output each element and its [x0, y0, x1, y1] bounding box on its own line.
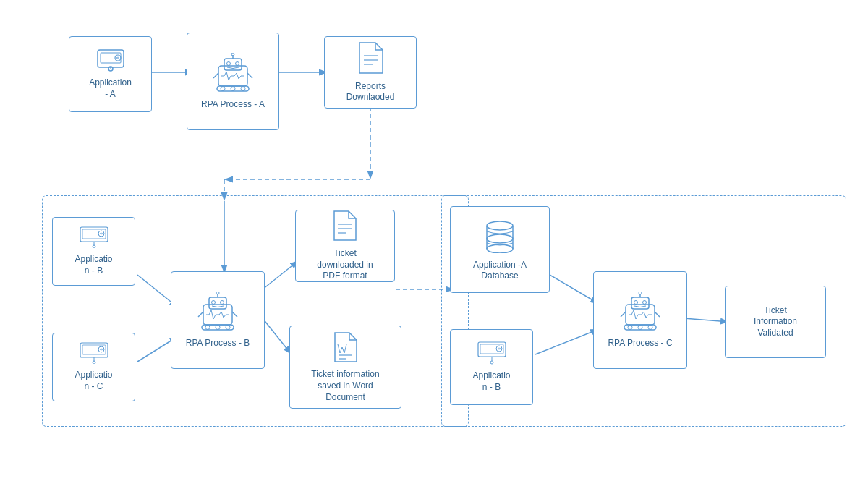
node-reports: ReportsDownlaoded — [324, 36, 417, 109]
rpa-a-icon — [211, 53, 255, 96]
svg-point-81 — [628, 325, 632, 329]
app-b-right-label: Application - B — [472, 370, 510, 393]
ticket-word-label: Ticket informationsaved in WordDocument — [311, 369, 379, 403]
node-app-b-right: Application - B — [450, 329, 533, 405]
svg-point-54 — [226, 325, 230, 329]
svg-line-30 — [213, 73, 218, 78]
app-c-label: Application - C — [75, 370, 112, 392]
svg-point-53 — [216, 325, 220, 329]
reports-label: ReportsDownlaoded — [346, 81, 395, 103]
rpa-c-icon — [618, 292, 662, 335]
svg-rect-16 — [101, 53, 121, 63]
app-b-left-label: Application - B — [75, 254, 112, 276]
svg-point-50 — [221, 300, 224, 304]
svg-point-42 — [98, 346, 104, 352]
ticket-validated-label: TicketInformationValidated — [754, 305, 797, 339]
node-ticket-word: Ticket informationsaved in WordDocument — [289, 326, 401, 409]
svg-point-29 — [241, 86, 245, 90]
node-app-a: Application - A — [69, 36, 152, 112]
svg-point-68 — [487, 244, 513, 253]
app-c-icon — [80, 342, 109, 367]
rpa-b-label: RPA Process - B — [186, 338, 250, 349]
svg-point-71 — [496, 346, 502, 352]
app-a-db-label: Application -ADatabase — [473, 260, 527, 282]
ticket-word-icon — [332, 331, 359, 367]
app-b-left-icon — [80, 226, 109, 252]
svg-point-78 — [634, 300, 638, 304]
svg-point-37 — [98, 231, 104, 237]
reports-icon — [357, 41, 384, 78]
svg-point-65 — [487, 234, 513, 243]
svg-line-84 — [621, 312, 626, 317]
node-ticket-pdf: Ticketdownloaded inPDF format — [295, 210, 395, 282]
svg-point-83 — [648, 325, 652, 329]
svg-point-24 — [227, 61, 231, 65]
svg-point-62 — [487, 221, 513, 230]
node-rpa-c: RPA Process - C — [593, 271, 687, 369]
svg-line-31 — [247, 73, 252, 78]
svg-line-85 — [655, 312, 660, 317]
svg-point-52 — [205, 325, 210, 329]
node-app-a-db: Application -ADatabase — [450, 206, 550, 293]
diagram-container: Application - A — [0, 0, 868, 502]
svg-point-25 — [236, 61, 239, 65]
ticket-pdf-label: Ticketdownloaded inPDF format — [317, 248, 373, 282]
rpa-a-label: RPA Process - A — [201, 99, 265, 111]
svg-point-49 — [212, 300, 216, 304]
svg-point-73 — [490, 361, 493, 364]
svg-line-56 — [232, 312, 237, 317]
svg-point-28 — [231, 86, 235, 90]
ticket-pdf-icon — [331, 210, 359, 245]
rpa-c-label: RPA Process - C — [608, 338, 672, 349]
svg-point-19 — [115, 55, 121, 61]
app-a-icon — [96, 48, 125, 75]
svg-point-27 — [221, 86, 225, 90]
svg-line-55 — [198, 312, 203, 317]
node-app-b-left: Application - B — [52, 217, 135, 286]
svg-point-82 — [638, 325, 642, 329]
node-app-c: Application - C — [52, 333, 135, 401]
database-icon — [482, 217, 518, 257]
node-ticket-validated: TicketInformationValidated — [725, 286, 826, 358]
node-rpa-a: RPA Process - A — [187, 33, 279, 130]
node-rpa-b: RPA Process - B — [171, 271, 265, 369]
rpa-b-icon — [196, 292, 239, 335]
app-b-right-icon — [477, 341, 506, 368]
app-a-label: Application - A — [89, 77, 132, 100]
svg-point-79 — [643, 300, 647, 304]
